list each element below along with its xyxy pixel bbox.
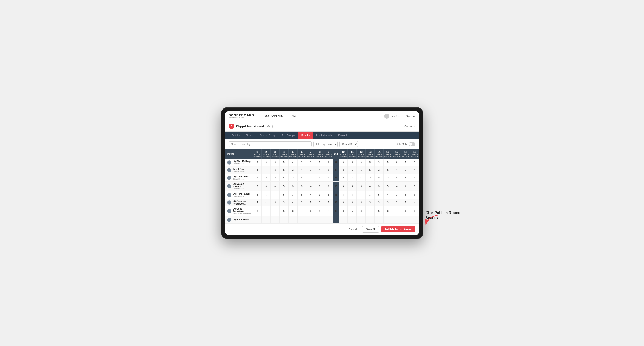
score-hole-5[interactable]: 3 [288, 191, 298, 199]
score-hole-16[interactable]: 6 [392, 159, 401, 166]
score-hole-6[interactable] [297, 216, 306, 223]
score-hole-7[interactable]: 4 [306, 191, 315, 199]
score-hole-1[interactable]: 4 [253, 166, 262, 174]
score-hole-8[interactable]: 3 [315, 181, 324, 191]
score-hole-2[interactable]: 3 [262, 159, 270, 166]
score-hole-5[interactable]: 3 [288, 174, 298, 181]
search-input[interactable] [229, 142, 312, 147]
score-hole-7[interactable]: 3 [306, 206, 315, 216]
score-hole-14[interactable]: 3 [374, 166, 384, 174]
score-hole-5[interactable]: 4 [288, 159, 298, 166]
score-hole-6[interactable]: 3 [297, 159, 306, 166]
score-hole-11[interactable]: 3 [348, 199, 356, 206]
score-hole-4[interactable]: 3 [280, 199, 288, 206]
score-hole-17[interactable]: 5 [401, 159, 410, 166]
score-hole-15[interactable]: 3 [383, 199, 392, 206]
tab-teams[interactable]: Teams [243, 132, 256, 139]
score-hole-14[interactable]: 3 [374, 199, 384, 206]
score-hole-8[interactable]: 4 [315, 166, 324, 174]
totals-toggle-switch[interactable] [408, 142, 416, 146]
score-hole-13[interactable]: 4 [366, 206, 374, 216]
tab-leaderboards[interactable]: Leaderboards [313, 132, 335, 139]
score-hole-1[interactable] [253, 216, 262, 223]
score-hole-13[interactable]: 3 [366, 199, 374, 206]
score-hole-4[interactable]: 5 [280, 206, 288, 216]
score-hole-14[interactable]: 3 [374, 181, 384, 191]
tab-details[interactable]: Details [229, 132, 243, 139]
score-hole-7[interactable] [306, 216, 315, 223]
score-hole-17[interactable]: 6 [401, 181, 410, 191]
score-hole-16[interactable]: 4 [392, 206, 401, 216]
score-hole-9[interactable]: 5 [324, 199, 333, 206]
score-hole-4[interactable]: 6 [280, 166, 288, 174]
score-hole-11[interactable]: 5 [348, 191, 356, 199]
score-hole-4[interactable] [280, 216, 288, 223]
score-hole-6[interactable]: 4 [297, 206, 306, 216]
score-hole-12[interactable]: 5 [356, 199, 366, 206]
score-hole-8[interactable]: 5 [315, 159, 324, 166]
score-hole-17[interactable]: 5 [401, 191, 410, 199]
score-hole-15[interactable]: 3 [383, 174, 392, 181]
score-hole-18[interactable] [410, 216, 419, 223]
score-hole-3[interactable]: 5 [270, 159, 280, 166]
score-hole-18[interactable]: 6 [410, 191, 419, 199]
score-hole-2[interactable]: 4 [262, 199, 270, 206]
sign-out-link[interactable]: Sign out [406, 115, 415, 118]
score-hole-16[interactable]: 3 [392, 191, 401, 199]
score-hole-3[interactable]: 3 [270, 166, 280, 174]
score-hole-9[interactable]: 4 [324, 174, 333, 181]
score-hole-8[interactable]: 5 [315, 206, 324, 216]
score-hole-3[interactable] [270, 216, 280, 223]
score-hole-6[interactable]: 5 [297, 191, 306, 199]
score-hole-18[interactable]: 4 [410, 166, 419, 174]
score-hole-6[interactable]: 3 [297, 181, 306, 191]
score-hole-6[interactable]: 4 [297, 166, 306, 174]
score-hole-8[interactable] [315, 216, 324, 223]
score-hole-11[interactable] [348, 216, 356, 223]
score-hole-9[interactable]: 6 [324, 181, 333, 191]
score-hole-17[interactable]: 3 [401, 166, 410, 174]
score-hole-10[interactable]: 3 [339, 174, 348, 181]
score-hole-3[interactable]: 4 [270, 181, 280, 191]
score-hole-11[interactable]: 5 [348, 159, 356, 166]
score-hole-18[interactable]: 5 [410, 174, 419, 181]
cancel-tournament-button[interactable]: Cancel ✕ [404, 125, 415, 128]
score-hole-3[interactable]: 4 [270, 206, 280, 216]
score-hole-1[interactable]: 3 [253, 206, 262, 216]
score-hole-11[interactable]: 5 [348, 166, 356, 174]
tab-course-setup[interactable]: Course Setup [257, 132, 279, 139]
score-hole-10[interactable]: 3 [339, 166, 348, 174]
score-hole-15[interactable]: 4 [383, 191, 392, 199]
score-hole-7[interactable]: 5 [306, 199, 315, 206]
score-hole-14[interactable]: 3 [374, 159, 384, 166]
score-hole-2[interactable] [262, 216, 270, 223]
tab-results[interactable]: Results [298, 132, 313, 139]
score-hole-15[interactable]: 3 [383, 206, 392, 216]
score-hole-6[interactable]: 3 [297, 199, 306, 206]
score-hole-18[interactable]: 3 [410, 181, 419, 191]
score-hole-1[interactable]: 3 [253, 191, 262, 199]
score-hole-16[interactable] [392, 216, 401, 223]
score-hole-4[interactable]: 5 [280, 159, 288, 166]
score-hole-3[interactable]: 4 [270, 191, 280, 199]
score-hole-2[interactable]: 3 [262, 174, 270, 181]
score-hole-17[interactable]: 5 [401, 199, 410, 206]
score-hole-11[interactable]: 4 [348, 174, 356, 181]
score-hole-17[interactable] [401, 216, 410, 223]
score-hole-13[interactable]: 3 [366, 191, 374, 199]
score-hole-7[interactable]: 3 [306, 174, 315, 181]
score-hole-17[interactable]: 6 [401, 174, 410, 181]
score-hole-16[interactable]: 3 [392, 199, 401, 206]
score-hole-1[interactable]: 4 [253, 199, 262, 206]
score-hole-9[interactable]: 6 [324, 166, 333, 174]
score-hole-10[interactable]: 3 [339, 159, 348, 166]
score-hole-2[interactable]: 4 [262, 206, 270, 216]
cancel-button[interactable]: Cancel [345, 226, 360, 232]
score-hole-14[interactable]: 5 [374, 191, 384, 199]
score-hole-12[interactable]: 4 [356, 191, 366, 199]
nav-tournaments[interactable]: TOURNAMENTS [261, 113, 286, 119]
score-hole-13[interactable] [366, 216, 374, 223]
score-hole-9[interactable]: 4 [324, 206, 333, 216]
nav-teams[interactable]: TEAMS [286, 113, 300, 119]
score-hole-4[interactable]: 4 [280, 174, 288, 181]
